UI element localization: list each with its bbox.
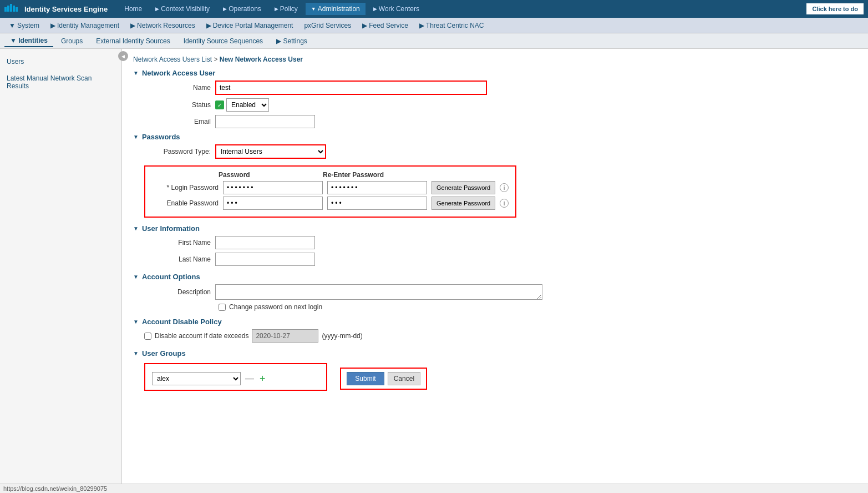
nav-pxgrid[interactable]: pxGrid Services — [300, 20, 356, 31]
sidebar-item-users[interactable]: Users — [0, 53, 121, 70]
description-row: Description — [144, 284, 857, 300]
submit-button[interactable]: Submit — [347, 372, 384, 385]
submit-area: Submit Cancel — [340, 368, 427, 390]
login-password-row: * Login Password Generate Password i — [152, 181, 509, 194]
breadcrumb: Network Access Users List > New Network … — [133, 56, 857, 63]
nav-feed-service[interactable]: ▶ Feed Service — [358, 20, 413, 31]
status-select-container: ✓ Enabled Disabled — [215, 98, 269, 112]
enable-password-input[interactable] — [223, 197, 323, 210]
url-text: https://blog.csdn.net/weixin_80299075 — [3, 485, 107, 492]
sidebar-item-network-scan[interactable]: Latest Manual Network Scan Results — [0, 70, 121, 94]
top-navigation: Identity Services Engine Home ▶ Context … — [0, 0, 868, 18]
login-generate-password-button[interactable]: Generate Password — [432, 181, 495, 194]
description-input[interactable] — [215, 284, 542, 300]
section-user-groups: ▼ User Groups — [133, 349, 857, 358]
disable-account-checkbox[interactable] — [144, 333, 151, 340]
lastname-label: Last Name — [144, 255, 211, 263]
user-groups-row: alex Employee GuestType_Weekly — + — [152, 372, 319, 385]
nav-context-visibility[interactable]: ▶ Context Visibility — [150, 3, 215, 15]
app-title: Identity Services Engine — [24, 5, 108, 13]
tab-identity-sequences[interactable]: Identity Source Sequences — [178, 36, 268, 47]
name-label: Name — [144, 84, 211, 92]
enable-password-info-icon[interactable]: i — [500, 199, 509, 208]
status-row: Status ✓ Enabled Disabled — [144, 98, 857, 112]
login-reenter-input[interactable] — [327, 181, 427, 194]
nav-device-portal[interactable]: ▶ Device Portal Management — [202, 20, 298, 31]
section-user-info: ▼ User Information — [133, 224, 857, 233]
password-col-header: Password — [219, 171, 318, 179]
top-nav-items: Home ▶ Context Visibility ▶ Operations ▶… — [119, 3, 806, 15]
section-passwords: ▼ Passwords — [133, 133, 857, 141]
reenter-col-header: Re-Enter Password — [323, 171, 423, 179]
enable-password-row: Enable Password Generate Password i — [152, 197, 509, 210]
email-label: Email — [144, 118, 211, 125]
password-type-row: Password Type: Internal Users Active Dir… — [144, 144, 857, 159]
tab-identities[interactable]: ▼ Identities — [4, 35, 53, 47]
svg-rect-3 — [13, 6, 15, 12]
svg-rect-4 — [16, 7, 18, 12]
firstname-row: First Name — [144, 236, 857, 249]
firstname-label: First Name — [144, 239, 211, 247]
nav-policy[interactable]: ▶ Policy — [269, 3, 303, 15]
user-group-dropdown[interactable]: alex Employee GuestType_Weekly — [152, 372, 241, 385]
status-badge: ✓ — [215, 100, 224, 109]
tab-groups[interactable]: Groups — [55, 36, 88, 47]
password-fields-box: Password Re-Enter Password * Login Passw… — [144, 165, 516, 218]
cisco-logo — [4, 3, 20, 16]
nav-operations[interactable]: ▶ Operations — [217, 3, 267, 15]
breadcrumb-separator: > — [214, 56, 219, 63]
tab-settings[interactable]: ▶ Settings — [271, 36, 313, 47]
status-dropdown[interactable]: Enabled Disabled — [226, 98, 269, 112]
nav-home[interactable]: Home — [119, 3, 148, 15]
sidebar-toggle[interactable]: ◄ — [118, 51, 128, 61]
second-navigation: ▼ System ▶ Identity Management ▶ Network… — [0, 18, 868, 33]
click-here-button[interactable]: Click here to do — [806, 3, 864, 14]
nav-system[interactable]: ▼ System — [4, 20, 44, 31]
date-format-hint: (yyyy-mm-dd) — [322, 332, 362, 340]
svg-rect-1 — [7, 6, 9, 12]
login-password-info-icon[interactable]: i — [500, 183, 509, 192]
section-account-disable: ▼ Account Disable Policy — [133, 318, 857, 326]
nav-identity-management[interactable]: ▶ Identity Management — [46, 20, 124, 31]
add-group-button[interactable]: + — [258, 373, 267, 385]
password-type-dropdown[interactable]: Internal Users Active Directory — [215, 144, 326, 159]
sidebar: ◄ Users Latest Manual Network Scan Resul… — [0, 49, 122, 492]
tab-external-identity[interactable]: External Identity Sources — [90, 36, 175, 47]
password-header: Password Re-Enter Password — [219, 171, 509, 179]
enable-reenter-input[interactable] — [327, 197, 427, 210]
disable-account-label: Disable account if date exceeds — [155, 332, 248, 340]
nav-work-centers[interactable]: ▶ Work Centers — [368, 3, 425, 15]
cancel-button[interactable]: Cancel — [388, 372, 420, 385]
change-password-checkbox[interactable] — [219, 304, 226, 311]
email-row: Email — [144, 115, 857, 128]
email-input[interactable] — [215, 115, 315, 128]
lastname-input[interactable] — [215, 253, 315, 266]
password-type-label: Password Type: — [144, 148, 211, 155]
enable-password-label: Enable Password — [152, 199, 219, 207]
remove-group-button[interactable]: — — [244, 374, 255, 384]
svg-rect-0 — [4, 7, 7, 12]
disable-date-input[interactable] — [252, 329, 318, 343]
login-password-label: * Login Password — [152, 184, 219, 192]
login-password-input[interactable] — [223, 181, 323, 194]
main-layout: ◄ Users Latest Manual Network Scan Resul… — [0, 49, 868, 492]
breadcrumb-link[interactable]: Network Access Users List — [133, 56, 212, 63]
status-label: Status — [144, 101, 211, 109]
nav-threat-centric[interactable]: ▶ Threat Centric NAC — [415, 20, 489, 31]
nav-network-resources[interactable]: ▶ Network Resources — [126, 20, 200, 31]
url-bar: https://blog.csdn.net/weixin_80299075 — [0, 484, 868, 492]
third-navigation: ▼ Identities Groups External Identity So… — [0, 33, 868, 49]
firstname-input[interactable] — [215, 236, 315, 249]
name-row: Name — [144, 81, 857, 95]
breadcrumb-current: New Network Access User — [220, 56, 303, 63]
lastname-row: Last Name — [144, 253, 857, 266]
disable-account-row: Disable account if date exceeds (yyyy-mm… — [144, 329, 857, 343]
enable-generate-password-button[interactable]: Generate Password — [432, 197, 495, 210]
nav-administration[interactable]: ▼ Administration — [306, 3, 366, 15]
user-groups-box: alex Employee GuestType_Weekly — + — [144, 363, 327, 391]
name-input[interactable] — [215, 81, 487, 95]
section-network-access-user: ▼ Network Access User — [133, 69, 857, 77]
change-password-label: Change password on next login — [229, 303, 322, 311]
description-label: Description — [144, 288, 211, 296]
section-account-options: ▼ Account Options — [133, 273, 857, 281]
